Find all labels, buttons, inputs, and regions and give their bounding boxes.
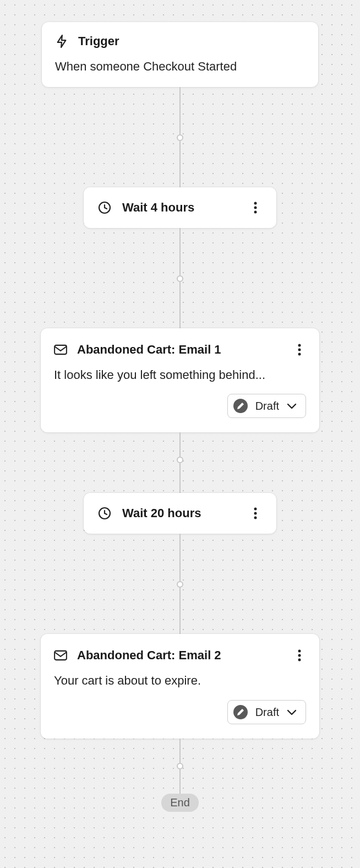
end-label: End <box>170 796 190 809</box>
svg-point-6 <box>298 348 301 351</box>
svg-point-9 <box>254 508 257 511</box>
svg-point-5 <box>298 344 301 346</box>
svg-point-10 <box>254 512 257 515</box>
end-node: End <box>161 794 199 812</box>
connector-line <box>179 87 181 134</box>
svg-point-2 <box>254 206 257 209</box>
more-options-button[interactable] <box>249 507 262 520</box>
draft-badge-icon <box>233 705 248 719</box>
connector-dot[interactable] <box>177 275 183 282</box>
wait-label: Wait 4 hours <box>122 200 194 215</box>
email-title: Abandoned Cart: Email 1 <box>77 343 221 357</box>
svg-point-15 <box>298 659 301 661</box>
connector-line <box>179 463 181 493</box>
svg-point-1 <box>254 202 257 204</box>
connector-line <box>179 769 181 794</box>
more-options-button[interactable] <box>293 343 306 356</box>
status-label: Draft <box>255 400 279 413</box>
status-dropdown[interactable]: Draft <box>227 394 306 418</box>
svg-rect-4 <box>54 345 67 354</box>
trigger-description: When someone Checkout Started <box>55 58 305 75</box>
connector-dot[interactable] <box>177 134 183 141</box>
connector-dot[interactable] <box>177 457 183 463</box>
draft-badge-icon <box>233 399 248 413</box>
connector-dot[interactable] <box>177 763 183 769</box>
status-dropdown[interactable]: Draft <box>227 700 306 724</box>
connector-line <box>179 141 181 187</box>
email-node-2[interactable]: Abandoned Cart: Email 2 Your cart is abo… <box>41 634 319 739</box>
connector-dot[interactable] <box>177 581 183 588</box>
connector-line <box>179 432 181 457</box>
svg-point-14 <box>298 654 301 657</box>
email-node-1[interactable]: Abandoned Cart: Email 1 It looks like yo… <box>41 328 319 433</box>
email-subject: Your cart is about to expire. <box>54 672 306 689</box>
more-options-button[interactable] <box>249 201 262 214</box>
wait-node-2[interactable]: Wait 20 hours <box>84 493 276 534</box>
clock-icon <box>98 201 111 214</box>
connector-line <box>179 228 181 275</box>
envelope-icon <box>54 343 67 356</box>
svg-point-11 <box>254 517 257 519</box>
trigger-node[interactable]: Trigger When someone Checkout Started <box>42 22 318 87</box>
email-subject: It looks like you left something behind.… <box>54 367 306 383</box>
trigger-title: Trigger <box>78 34 119 48</box>
lightning-icon <box>55 35 68 48</box>
connector-line <box>179 588 181 634</box>
status-label: Draft <box>255 706 279 719</box>
svg-point-7 <box>298 352 301 355</box>
chevron-down-icon <box>287 709 297 715</box>
connector-line <box>179 534 181 581</box>
chevron-down-icon <box>287 403 297 409</box>
svg-point-3 <box>254 210 257 213</box>
connector-line <box>179 739 181 763</box>
email-title: Abandoned Cart: Email 2 <box>77 648 221 663</box>
envelope-icon <box>54 649 67 662</box>
svg-rect-12 <box>54 651 67 660</box>
clock-icon <box>98 507 111 520</box>
more-options-button[interactable] <box>293 649 306 662</box>
svg-point-13 <box>298 650 301 653</box>
wait-label: Wait 20 hours <box>122 506 201 520</box>
wait-node-1[interactable]: Wait 4 hours <box>84 187 276 228</box>
connector-line <box>179 282 181 328</box>
